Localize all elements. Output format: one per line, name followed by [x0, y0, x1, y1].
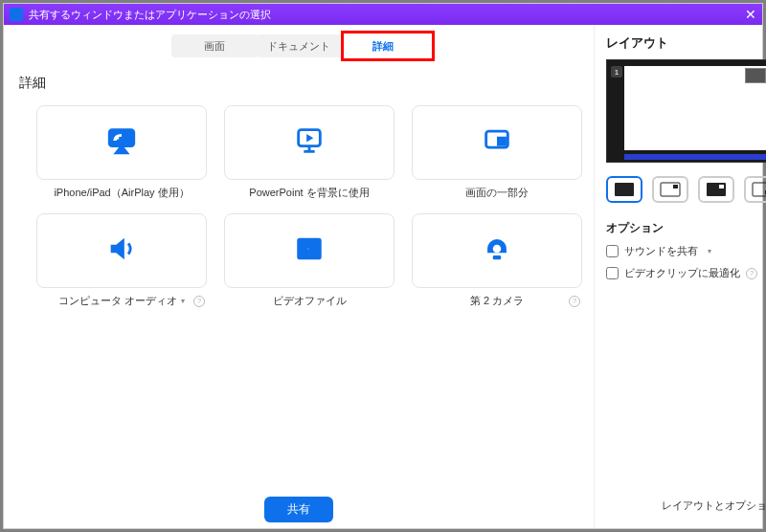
card-video-label: ビデオファイル — [224, 294, 394, 308]
svg-rect-22 — [719, 185, 724, 188]
card-screen-portion[interactable] — [412, 105, 582, 180]
info-icon[interactable]: ? — [569, 296, 580, 307]
tab-screen[interactable]: 画面 — [171, 34, 258, 57]
layout-opt-4[interactable] — [744, 176, 766, 203]
app-icon — [10, 8, 23, 21]
share-button[interactable]: 共有 — [264, 497, 333, 522]
preview-badge: 1 — [611, 66, 622, 78]
camera-icon — [481, 233, 513, 269]
layout-options — [606, 176, 766, 203]
film-icon — [293, 233, 326, 269]
layout-options-toggle[interactable]: レイアウトとオプション ▲ — [606, 493, 766, 519]
info-icon[interactable]: ? — [193, 296, 205, 307]
svg-point-11 — [315, 242, 318, 245]
card-airplay-label: iPhone/iPad（AirPlay 使用） — [36, 186, 207, 200]
svg-point-16 — [493, 245, 502, 254]
option-share-sound[interactable]: サウンドを共有 ▾ — [606, 244, 766, 258]
svg-marker-15 — [306, 246, 312, 252]
option-optimize-video[interactable]: ビデオクリップに最適化 ? — [606, 266, 766, 280]
svg-rect-17 — [493, 255, 502, 259]
svg-point-9 — [302, 242, 304, 245]
airplay-icon — [105, 124, 138, 161]
card-portion-label: 画面の一部分 — [412, 186, 582, 200]
content-area: 画面 ドキュメント 詳細 詳細 iPhone/iPad（AirPlay 使用） — [4, 25, 762, 528]
svg-point-10 — [308, 242, 311, 245]
window-title: 共有するウィンドウまたはアプリケーションの選択 — [29, 8, 271, 22]
svg-point-12 — [302, 253, 304, 255]
card-camera2-label: 第 2 カメラ ? — [412, 294, 582, 308]
card-computer-audio[interactable] — [36, 213, 207, 288]
svg-rect-20 — [673, 185, 678, 188]
svg-rect-7 — [497, 137, 507, 146]
tab-document[interactable]: ドキュメント — [256, 34, 342, 57]
main-panel: 画面 ドキュメント 詳細 詳細 iPhone/iPad（AirPlay 使用） — [4, 25, 594, 528]
section-title: 詳細 — [19, 75, 582, 92]
side-panel: レイアウト 1 — [594, 25, 766, 528]
card-powerpoint-bg[interactable] — [224, 105, 394, 180]
share-window: 共有するウィンドウまたはアプリケーションの選択 ✕ 画面 ドキュメント 詳細 詳… — [3, 3, 763, 529]
card-grid: iPhone/iPad（AirPlay 使用） PowerPoint を背景に使… — [36, 105, 582, 308]
layout-opt-1[interactable] — [606, 176, 642, 203]
svg-rect-23 — [753, 183, 766, 196]
card-video-file[interactable] — [224, 213, 394, 288]
svg-rect-0 — [109, 130, 134, 146]
svg-rect-18 — [615, 183, 634, 196]
close-icon[interactable]: ✕ — [745, 7, 756, 22]
layout-title: レイアウト — [606, 34, 668, 52]
preview-camera-thumb — [745, 68, 766, 83]
card-audio-label[interactable]: コンピュータ オーディオ ▾ ? — [36, 294, 207, 308]
svg-point-13 — [308, 253, 311, 255]
chevron-down-icon: ▾ — [181, 297, 185, 305]
preview-taskbar — [624, 154, 766, 160]
info-icon[interactable]: ? — [746, 268, 757, 279]
tabs: 画面 ドキュメント 詳細 — [15, 34, 582, 57]
crop-icon — [481, 124, 513, 161]
speaker-icon — [105, 233, 138, 269]
checkbox-share-sound[interactable] — [606, 245, 619, 257]
options-title: オプション — [606, 220, 766, 236]
chevron-down-icon: ▾ — [708, 247, 711, 255]
titlebar: 共有するウィンドウまたはアプリケーションの選択 ✕ — [4, 4, 762, 25]
layout-preview[interactable]: 1 — [606, 59, 766, 163]
layout-opt-3[interactable] — [698, 176, 734, 203]
presentation-icon — [293, 124, 326, 161]
card-second-camera[interactable] — [412, 213, 582, 288]
checkbox-optimize-video[interactable] — [606, 267, 619, 279]
share-bar: 共有 — [15, 490, 582, 528]
card-powerpoint-label: PowerPoint を背景に使用 — [224, 186, 394, 200]
svg-point-14 — [315, 253, 318, 255]
layout-opt-2[interactable] — [652, 176, 688, 203]
tab-detail[interactable]: 詳細 — [340, 34, 426, 57]
card-airplay[interactable] — [36, 105, 207, 180]
